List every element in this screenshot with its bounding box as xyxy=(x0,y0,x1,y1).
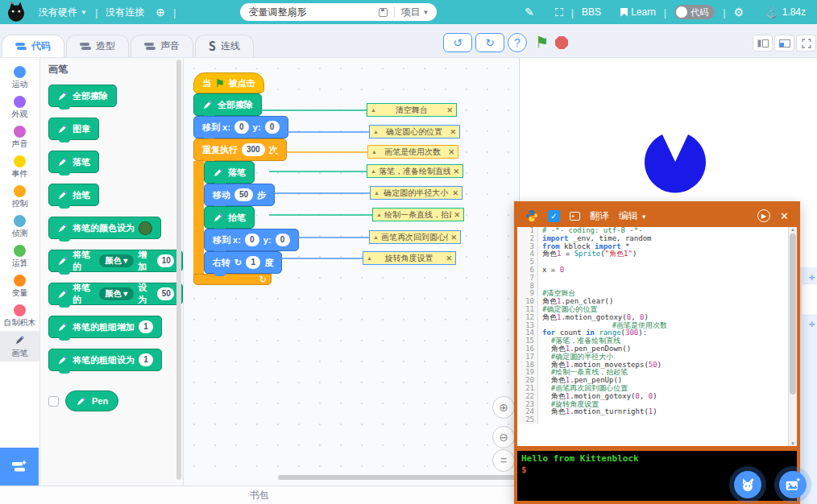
category-声音[interactable]: 声音 xyxy=(0,122,39,152)
block-input[interactable]: 0 xyxy=(234,121,249,134)
tab-代码[interactable]: 代码 xyxy=(2,35,64,57)
pen-extension-checkbox[interactable] xyxy=(48,396,59,407)
tab-连线[interactable]: S连线 xyxy=(195,35,254,57)
category-外观[interactable]: 外观 xyxy=(0,93,39,122)
undo-button[interactable]: ↺ xyxy=(443,33,472,52)
palette-scrollbar[interactable] xyxy=(176,60,181,480)
close-icon[interactable]: ✕ xyxy=(446,106,453,114)
collapse-comment-icon[interactable]: ▲ xyxy=(373,234,379,240)
scroll-up-icon[interactable]: ▲ xyxy=(790,227,795,232)
horizontal-scrollbar[interactable] xyxy=(278,475,516,480)
tab-声音[interactable]: 声音 xyxy=(131,35,193,57)
category-变量[interactable]: 变量 xyxy=(0,271,39,301)
camera-icon[interactable]: ⛶ xyxy=(555,6,563,18)
collapse-comment-icon[interactable]: ▲ xyxy=(376,212,382,217)
editor-titlebar[interactable]: ✓ ▸ 翻译 编辑 ▼ ▶ ✕ xyxy=(517,204,797,227)
script-block[interactable]: 移动50步 xyxy=(204,184,275,206)
code-line[interactable]: 25 xyxy=(517,416,788,424)
script-block[interactable]: 移到 x:0y:0 xyxy=(204,229,299,251)
script-block[interactable]: 落笔 xyxy=(204,161,255,184)
close-icon[interactable]: ✕ xyxy=(780,210,789,222)
script-block[interactable]: 当⚑被点击 xyxy=(193,72,264,93)
redo-button[interactable]: ↻ xyxy=(475,33,504,52)
bbs-link[interactable]: BBS xyxy=(582,6,601,18)
edit-menu[interactable]: 编辑 ▼ xyxy=(619,209,647,223)
category-侦测[interactable]: 侦测 xyxy=(0,212,39,242)
palette-block[interactable]: 将笔的粗细增加1 xyxy=(48,316,162,338)
script-block[interactable]: 全部擦除 xyxy=(193,93,262,116)
palette-block[interactable]: 抬笔 xyxy=(48,184,99,206)
editor-scrollbar[interactable]: ▲ ▼ xyxy=(788,227,797,446)
add-backdrop-button[interactable] xyxy=(779,471,807,498)
code-line[interactable]: 24 角色1.motion_turnright(1) xyxy=(517,408,788,416)
close-icon[interactable]: ✕ xyxy=(450,128,456,136)
close-icon[interactable]: ✕ xyxy=(453,167,459,176)
script-stack[interactable]: 当⚑被点击全部擦除移到 x:0y:0重复执行300次落笔移动50步抬笔移到 x:… xyxy=(193,72,299,285)
add-extension-button[interactable] xyxy=(0,448,39,485)
normal-stage-layout-button[interactable] xyxy=(774,35,794,52)
block-input[interactable]: 0 xyxy=(265,121,280,134)
close-icon[interactable]: ✕ xyxy=(446,254,452,262)
pen-extension-badge[interactable]: Pen xyxy=(65,390,118,411)
block-comment[interactable]: ▲旋转角度设置✕ xyxy=(363,251,456,265)
close-icon[interactable]: ✕ xyxy=(454,211,460,219)
block-input[interactable]: 1 xyxy=(246,256,260,269)
block-comment[interactable]: ▲画笔是使用次数✕ xyxy=(367,145,458,159)
palette-block[interactable]: 将笔的颜色设为 xyxy=(48,217,161,239)
block-dropdown[interactable]: 颜色 ▾ xyxy=(99,254,135,267)
terminal-icon[interactable]: ▸ xyxy=(570,212,580,221)
block-comment[interactable]: ▲落笔，准备绘制直线✕ xyxy=(367,164,463,178)
translate-tab[interactable]: 翻译 xyxy=(590,209,609,223)
project-name-input[interactable]: 变量调整扇形 项目 ▼ xyxy=(240,3,437,21)
category-控制[interactable]: 控制 xyxy=(0,182,39,212)
block-comment[interactable]: ▲清空舞台✕ xyxy=(367,103,457,117)
fullscreen-button[interactable] xyxy=(796,35,816,52)
palette-block[interactable]: 将笔的颜色 ▾增加10 xyxy=(48,250,183,272)
editor-sync-checkbox[interactable]: ✓ xyxy=(548,210,560,222)
palette-block[interactable]: 将笔的颜色 ▾设为50 xyxy=(48,283,183,305)
code-line[interactable]: 4角色1 = Sprite("角色1") xyxy=(517,250,788,258)
zoom-out-icon[interactable]: ⊖ xyxy=(492,426,515,448)
code-area[interactable]: 1# -*- coding: utf-8 -*-2import _env, ti… xyxy=(517,227,797,446)
palette-block[interactable]: 将笔的粗细设为1 xyxy=(48,349,162,371)
small-stage-layout-button[interactable] xyxy=(753,35,773,52)
help-button[interactable]: ? xyxy=(508,33,527,52)
project-name[interactable]: 变量调整扇形 xyxy=(248,6,378,19)
tab-造型[interactable]: 造型 xyxy=(66,35,129,57)
script-workspace[interactable]: 当⚑被点击全部擦除移到 x:0y:0重复执行300次落笔移动50步抬笔移到 x:… xyxy=(184,58,518,485)
green-flag-icon[interactable]: ⚑ xyxy=(535,34,549,52)
kitten-logo[interactable] xyxy=(5,1,27,23)
block-input[interactable]: 1 xyxy=(139,320,153,333)
gear-icon[interactable]: ⚙ xyxy=(734,6,744,18)
stop-icon[interactable] xyxy=(555,36,568,49)
pencil-icon[interactable]: ✎ xyxy=(525,6,534,18)
learn-link[interactable]: Learn xyxy=(620,6,656,18)
collapse-comment-icon[interactable]: ▲ xyxy=(367,255,372,261)
block-input[interactable]: 0 xyxy=(276,233,290,246)
code-line[interactable]: 7 xyxy=(517,275,788,283)
collapse-comment-icon[interactable]: ▲ xyxy=(371,107,376,113)
project-menu[interactable]: 项目 ▼ xyxy=(401,6,429,19)
globe-icon[interactable]: ⊕ xyxy=(156,6,165,18)
repeat-loop-footer[interactable]: ↻ xyxy=(193,274,272,285)
category-运算[interactable]: 运算 xyxy=(0,242,39,271)
code-mode-toggle[interactable]: 代码 xyxy=(674,5,715,19)
category-自制积木[interactable]: 自制积木 xyxy=(0,301,39,331)
zoom-in-icon[interactable]: ⊕ xyxy=(492,396,515,419)
category-运动[interactable]: 运动 xyxy=(0,63,39,93)
script-block[interactable]: 右转↻1度 xyxy=(204,251,282,274)
script-block[interactable]: 移到 x:0y:0 xyxy=(193,116,288,138)
hardware-menu[interactable]: 没有硬件 ▼ xyxy=(39,6,87,19)
connection-menu[interactable]: 没有连接 xyxy=(106,6,144,19)
zoom-reset-icon[interactable]: = xyxy=(492,449,515,472)
palette-block[interactable]: 落笔 xyxy=(48,151,99,173)
block-input[interactable]: 50 xyxy=(157,287,174,300)
save-icon[interactable] xyxy=(379,8,388,17)
add-sprite-button[interactable] xyxy=(734,471,761,498)
collapse-comment-icon[interactable]: ▲ xyxy=(371,168,376,174)
block-input[interactable]: 1 xyxy=(139,353,153,366)
block-input[interactable]: 300 xyxy=(242,143,265,156)
block-dropdown[interactable]: 颜色 ▾ xyxy=(99,287,135,300)
category-事件[interactable]: 事件 xyxy=(0,152,39,182)
collapse-comment-icon[interactable]: ▲ xyxy=(374,190,379,196)
